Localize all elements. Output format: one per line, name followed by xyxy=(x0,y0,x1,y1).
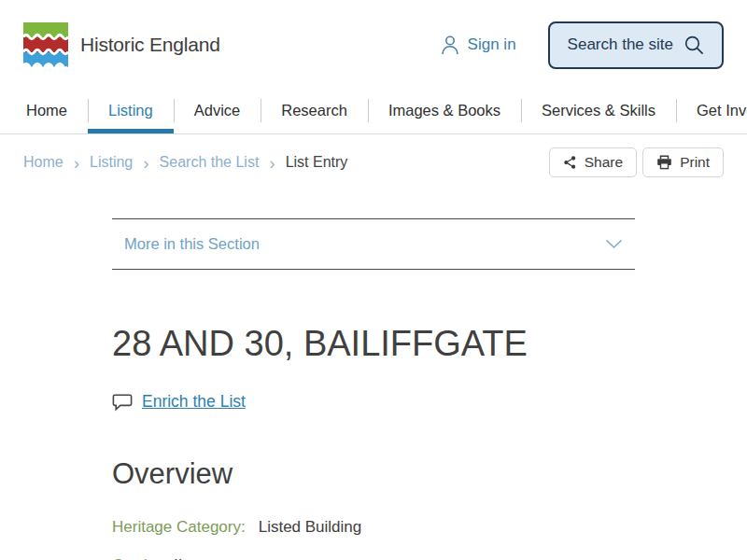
share-button[interactable]: Share xyxy=(549,147,637,177)
breadcrumb-listing[interactable]: Listing xyxy=(90,154,133,171)
header-right: Sign in Search the site xyxy=(441,21,724,69)
nav-item-home[interactable]: Home xyxy=(6,90,88,133)
breadcrumb-separator-icon: › xyxy=(74,154,79,172)
breadcrumb: Home › Listing › Search the List › List … xyxy=(23,154,347,172)
nav-item-get-involved[interactable]: Get Involved xyxy=(676,90,747,133)
main-content: More in this Section 28 AND 30, BAILIFFG… xyxy=(112,218,635,560)
grade-field: Grade: II xyxy=(112,556,635,560)
person-icon xyxy=(441,35,459,55)
search-site-button[interactable]: Search the site xyxy=(548,21,724,69)
site-header: Historic England Sign in Search the site xyxy=(0,0,747,90)
sign-in-label: Sign in xyxy=(468,35,516,54)
enrich-the-list: Enrich the List xyxy=(112,392,635,412)
print-label: Print xyxy=(680,154,710,171)
breadcrumb-row: Home › Listing › Search the List › List … xyxy=(0,134,747,190)
heritage-category-field: Heritage Category: Listed Building xyxy=(112,518,635,537)
grade-label: Grade: xyxy=(112,556,161,560)
chevron-down-icon xyxy=(605,239,623,249)
nav-item-advice[interactable]: Advice xyxy=(174,90,261,133)
page-actions: Share Print xyxy=(549,147,724,177)
breadcrumb-separator-icon: › xyxy=(143,154,148,172)
enrich-the-list-link[interactable]: Enrich the List xyxy=(142,392,246,412)
heritage-category-value: Listed Building xyxy=(259,518,362,537)
print-icon xyxy=(656,155,672,170)
heritage-category-label: Heritage Category: xyxy=(112,518,246,537)
logo-mark-icon xyxy=(23,22,68,67)
grade-value: II xyxy=(174,556,182,560)
search-site-label: Search the site xyxy=(568,35,673,54)
share-label: Share xyxy=(585,154,623,171)
nav-item-images-books[interactable]: Images & Books xyxy=(368,90,521,133)
nav-item-services-skills[interactable]: Services & Skills xyxy=(521,90,676,133)
primary-nav: Home Listing Advice Research Images & Bo… xyxy=(0,90,747,134)
more-in-section-label: More in this Section xyxy=(124,235,260,253)
breadcrumb-separator-icon: › xyxy=(269,154,275,172)
page: Historic England Sign in Search the site xyxy=(0,0,747,560)
page-title: 28 AND 30, BAILIFFGATE xyxy=(112,323,635,364)
sign-in-link[interactable]: Sign in xyxy=(441,35,516,55)
print-button[interactable]: Print xyxy=(642,147,724,177)
overview-heading: Overview xyxy=(112,457,635,491)
share-icon xyxy=(563,155,577,170)
search-icon xyxy=(684,35,704,55)
breadcrumb-search-the-list[interactable]: Search the List xyxy=(160,154,260,171)
historic-england-logo[interactable]: Historic England xyxy=(23,22,220,67)
nav-item-research[interactable]: Research xyxy=(261,90,368,133)
breadcrumb-current: List Entry xyxy=(286,154,348,171)
more-in-section-dropdown[interactable]: More in this Section xyxy=(112,218,635,270)
breadcrumb-home[interactable]: Home xyxy=(23,154,63,171)
logo-text: Historic England xyxy=(80,34,220,56)
nav-item-listing[interactable]: Listing xyxy=(88,90,174,133)
speech-bubble-icon xyxy=(112,393,133,412)
